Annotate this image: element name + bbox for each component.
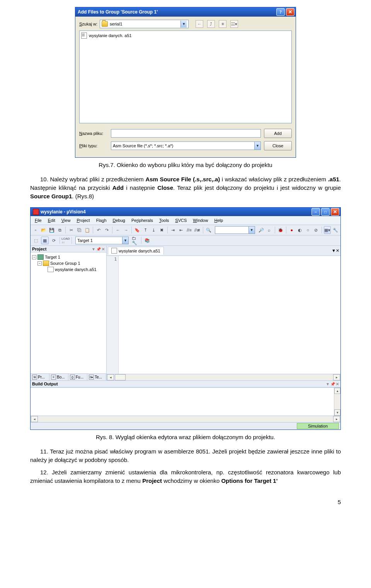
new-folder-icon[interactable]: ✳ bbox=[219, 20, 226, 28]
translate-icon[interactable]: ⬚ bbox=[32, 237, 40, 244]
back-icon[interactable]: ← bbox=[196, 20, 203, 28]
close-panel-icon[interactable]: ✕ bbox=[336, 382, 339, 386]
filename-input[interactable] bbox=[111, 129, 261, 138]
filetype-dropdown[interactable]: Asm Source file (*.s*; *.src; *.a*) ▼ bbox=[111, 141, 261, 150]
menu-peripherals[interactable]: Peripherals bbox=[129, 217, 156, 223]
save-icon[interactable]: 💾 bbox=[48, 226, 55, 234]
close-icon[interactable]: ✕ bbox=[286, 8, 294, 16]
incremental-find-icon[interactable]: ⌕ bbox=[266, 226, 273, 234]
manage-components-icon[interactable]: 📚 bbox=[143, 237, 151, 244]
file-item[interactable]: wysylanie danych. a51 bbox=[81, 32, 290, 39]
tab-functions[interactable]: {}Fu... bbox=[68, 374, 87, 380]
view-menu-icon[interactable]: ☷▾ bbox=[230, 20, 238, 28]
close-panel-icon[interactable]: ✕ bbox=[102, 247, 105, 251]
look-in-dropdown[interactable]: serial1 ▼ bbox=[100, 20, 189, 28]
file-list-pane[interactable]: wysylanie danych. a51 bbox=[79, 31, 292, 123]
tab-templates[interactable]: 0▸Te... bbox=[87, 374, 106, 380]
horizontal-scrollbar[interactable]: ◂ ▸ bbox=[107, 374, 340, 380]
indent-icon[interactable]: ⇥ bbox=[169, 226, 176, 234]
menu-flash[interactable]: Flash bbox=[94, 217, 109, 223]
menu-tools[interactable]: Tools bbox=[157, 217, 172, 223]
ide-titlebar[interactable]: wysylanie - µVision4 – □ ✕ bbox=[31, 208, 340, 216]
scroll-up-icon[interactable]: ▴ bbox=[334, 388, 340, 394]
pin-icon[interactable]: 📌 bbox=[330, 382, 335, 386]
bookmark-clear-icon[interactable]: ✖ bbox=[158, 226, 165, 234]
bookmark-prev-icon[interactable]: ⤒ bbox=[142, 226, 149, 234]
copy-icon[interactable]: ⿻ bbox=[76, 226, 83, 234]
scroll-thumb[interactable] bbox=[115, 374, 126, 380]
help-button[interactable]: ? bbox=[276, 8, 285, 16]
build-icon[interactable]: ▦ bbox=[41, 237, 49, 244]
redo-icon[interactable]: ↷ bbox=[103, 226, 110, 234]
menu-project[interactable]: Project bbox=[74, 217, 92, 223]
configure-icon[interactable]: 🔧 bbox=[332, 226, 339, 234]
tab-books[interactable]: ≡Bo... bbox=[49, 374, 68, 380]
open-file-icon[interactable]: 📂 bbox=[40, 226, 47, 234]
uncomment-icon[interactable]: //≢ bbox=[194, 226, 201, 234]
collapse-icon[interactable]: − bbox=[32, 255, 36, 259]
code-editor[interactable] bbox=[119, 256, 340, 374]
menu-file[interactable]: File bbox=[32, 217, 44, 223]
editor-tab[interactable]: wysylanie danych.a51 bbox=[108, 247, 164, 255]
build-horizontal-scrollbar[interactable]: ◂ ▸ bbox=[31, 416, 340, 422]
up-folder-icon[interactable]: ⤴ bbox=[207, 20, 215, 28]
autohide-icon[interactable]: ▼ bbox=[326, 382, 330, 386]
maximize-button[interactable]: □ bbox=[321, 208, 330, 216]
nav-back-icon[interactable]: ← bbox=[114, 226, 121, 234]
dialog-titlebar[interactable]: Add Files to Group 'Source Group 1' ? ✕ bbox=[75, 7, 296, 17]
tab-dropdown-icon[interactable]: ▼ bbox=[332, 248, 336, 253]
autohide-icon[interactable]: ▼ bbox=[92, 247, 95, 251]
window-layout-icon[interactable]: ▦▾ bbox=[324, 226, 331, 234]
minimize-button[interactable]: – bbox=[311, 208, 320, 216]
menu-debug[interactable]: Debug bbox=[110, 217, 128, 223]
tab-close-icon[interactable]: ✕ bbox=[336, 248, 339, 253]
scroll-right-icon[interactable]: ▸ bbox=[333, 374, 340, 380]
chevron-down-icon[interactable]: ▼ bbox=[254, 142, 260, 150]
scroll-left-icon[interactable]: ◂ bbox=[107, 374, 114, 380]
tab-project[interactable]: ⧉Pr... bbox=[31, 374, 49, 380]
collapse-icon[interactable]: − bbox=[37, 261, 42, 266]
tree-target-node[interactable]: − Target 1 bbox=[32, 254, 105, 260]
breakpoint-disable-icon[interactable]: ○ bbox=[305, 226, 311, 234]
cut-icon[interactable]: ✂ bbox=[68, 226, 75, 234]
menu-edit[interactable]: Edit bbox=[45, 217, 58, 223]
breakpoint-enable-icon[interactable]: ◐ bbox=[296, 226, 303, 234]
tree-group-node[interactable]: − Source Group 1 bbox=[32, 260, 105, 266]
load-icon[interactable]: LOAD↓↓ bbox=[62, 237, 70, 244]
vertical-scrollbar[interactable]: ▴ ▾ bbox=[334, 388, 340, 416]
find-in-files-icon[interactable]: 🔎 bbox=[258, 226, 265, 234]
build-output-header[interactable]: Build Output ▼📌✕ bbox=[31, 381, 340, 387]
menu-svcs[interactable]: SVCS bbox=[172, 217, 189, 223]
scroll-left-icon[interactable]: ◂ bbox=[31, 416, 38, 422]
rebuild-icon[interactable]: ⟳ bbox=[50, 237, 58, 244]
target-selector[interactable]: Target 1▼ bbox=[75, 237, 129, 244]
add-button[interactable]: Add bbox=[264, 129, 292, 138]
build-output-text[interactable] bbox=[31, 388, 334, 416]
project-tree[interactable]: − Target 1 − Source Group 1 wysylanie da… bbox=[31, 252, 106, 373]
scroll-down-icon[interactable]: ▾ bbox=[334, 409, 340, 416]
menu-help[interactable]: Help bbox=[211, 217, 226, 223]
pin-icon[interactable]: 📌 bbox=[96, 247, 101, 251]
scroll-right-icon[interactable]: ▸ bbox=[333, 416, 340, 422]
close-icon[interactable]: ✕ bbox=[331, 208, 339, 216]
bookmark-next-icon[interactable]: ⤓ bbox=[150, 226, 157, 234]
find-combo[interactable]: ▼ bbox=[215, 226, 255, 234]
tree-file-node[interactable]: wysylanie danych.a51 bbox=[32, 266, 105, 273]
menu-view[interactable]: View bbox=[59, 217, 73, 223]
undo-icon[interactable]: ↶ bbox=[95, 226, 102, 234]
breakpoint-insert-icon[interactable]: ● bbox=[288, 226, 295, 234]
find-icon[interactable]: 🔍 bbox=[205, 226, 212, 234]
comment-icon[interactable]: //≡ bbox=[186, 226, 193, 234]
nav-fwd-icon[interactable]: → bbox=[123, 226, 129, 234]
menu-window[interactable]: Window bbox=[190, 217, 211, 223]
bookmark-icon[interactable]: 🔖 bbox=[134, 226, 141, 234]
close-button[interactable]: Close bbox=[264, 141, 292, 150]
breakpoint-kill-icon[interactable]: ⊘ bbox=[313, 226, 320, 234]
chevron-down-icon[interactable]: ▼ bbox=[180, 20, 187, 27]
project-panel-header[interactable]: Project ▼📌✕ bbox=[31, 246, 106, 252]
save-all-icon[interactable]: ⧉ bbox=[56, 226, 63, 234]
target-options-icon[interactable]: 🗀🔧 bbox=[131, 237, 139, 244]
new-file-icon[interactable]: ▫ bbox=[32, 226, 39, 234]
debug-icon[interactable]: 🐞 bbox=[277, 226, 284, 234]
outdent-icon[interactable]: ⇤ bbox=[177, 226, 184, 234]
